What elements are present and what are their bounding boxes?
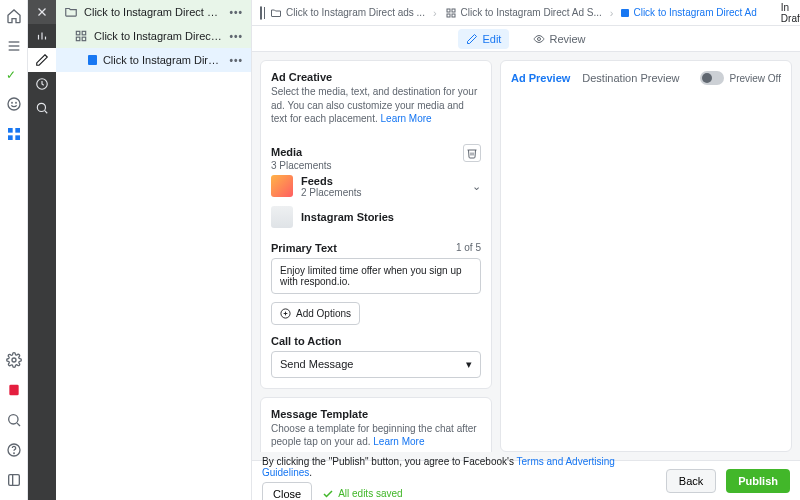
- breadcrumb-campaign[interactable]: Click to Instagram Direct ads ...: [270, 7, 425, 19]
- svg-rect-32: [447, 14, 450, 17]
- editor-tool-rail: [28, 0, 56, 500]
- primary-text-input[interactable]: Enjoy limited time offer when you sign u…: [271, 258, 481, 294]
- home-icon[interactable]: [6, 8, 22, 26]
- preview-toggle[interactable]: [700, 71, 724, 85]
- folder-icon: [64, 5, 78, 19]
- tab-review[interactable]: Review: [525, 29, 593, 49]
- svg-rect-8: [8, 135, 13, 140]
- ad-icon: [88, 55, 97, 65]
- grid-icon[interactable]: [6, 126, 22, 144]
- cta-select[interactable]: Send Message ▾: [271, 351, 481, 378]
- preview-off-label: Preview Off: [730, 73, 782, 84]
- tree-ad-row[interactable]: Click to Instagram Direct Ad •••: [56, 48, 251, 72]
- primary-text-count: 1 of 5: [456, 242, 481, 253]
- clock-tool-icon[interactable]: [28, 72, 56, 96]
- chevron-down-icon[interactable]: ⌄: [472, 180, 481, 193]
- svg-rect-7: [15, 128, 20, 133]
- global-nav-rail: [0, 0, 28, 500]
- zoom-tool-icon[interactable]: [28, 96, 56, 120]
- media-feeds-row[interactable]: Feeds 2 Placements ⌄: [271, 171, 481, 202]
- more-icon[interactable]: •••: [229, 55, 243, 66]
- primary-text-label: Primary Text: [271, 242, 337, 254]
- media-stories-row[interactable]: Instagram Stories: [271, 202, 481, 232]
- ad-creative-title: Ad Creative: [271, 71, 481, 83]
- svg-point-5: [15, 102, 16, 103]
- more-icon[interactable]: •••: [229, 31, 243, 42]
- learn-more-link[interactable]: Learn More: [373, 436, 424, 447]
- breadcrumb-adset[interactable]: Click to Instagram Direct Ad S...: [445, 7, 602, 19]
- footer-bar: By clicking the "Publish" button, you ag…: [252, 460, 800, 500]
- help-icon[interactable]: [6, 442, 22, 460]
- close-button[interactable]: Close: [262, 482, 312, 501]
- breadcrumb-ad[interactable]: Click to Instagram Direct Ad: [621, 7, 756, 18]
- publish-disclaimer: By clicking the "Publish" button, you ag…: [262, 456, 656, 501]
- svg-rect-33: [452, 14, 455, 17]
- svg-point-12: [8, 415, 17, 424]
- svg-rect-26: [76, 31, 80, 34]
- pencil-tool-icon[interactable]: [28, 48, 56, 72]
- breadcrumb-campaign-label: Click to Instagram Direct ads ...: [286, 7, 425, 18]
- svg-rect-6: [8, 128, 13, 133]
- cta-label: Call to Action: [271, 335, 481, 347]
- delete-media-button[interactable]: [463, 144, 481, 162]
- checkmark-icon[interactable]: [6, 68, 22, 84]
- breadcrumb-ad-label: Click to Instagram Direct Ad: [633, 7, 756, 18]
- feeds-thumbnail: [271, 175, 293, 197]
- svg-point-34: [538, 37, 541, 40]
- chart-tool-icon[interactable]: [28, 24, 56, 48]
- tree-campaign-row[interactable]: Click to Instagram Direct ads Campaign •…: [56, 0, 251, 24]
- saved-indicator: All edits saved: [322, 488, 402, 500]
- tab-ad-preview[interactable]: Ad Preview: [511, 72, 570, 84]
- close-editor-button[interactable]: [28, 0, 56, 24]
- saved-label: All edits saved: [338, 488, 402, 499]
- tree-ad-label: Click to Instagram Direct Ad: [103, 54, 224, 66]
- tab-edit-label: Edit: [482, 33, 501, 45]
- preview-tabs: Ad Preview Destination Preview: [511, 72, 680, 84]
- chevron-right-icon: ›: [610, 7, 614, 19]
- svg-line-25: [45, 111, 48, 114]
- svg-point-24: [37, 103, 45, 111]
- tab-edit[interactable]: Edit: [458, 29, 509, 49]
- template-title: Message Template: [271, 408, 481, 420]
- svg-rect-29: [82, 37, 86, 41]
- ad-creative-card: Ad Creative Select the media, text, and …: [260, 60, 492, 389]
- gear-icon[interactable]: [6, 352, 22, 370]
- tab-destination-preview[interactable]: Destination Preview: [582, 72, 679, 84]
- svg-point-3: [8, 98, 20, 110]
- tab-review-label: Review: [549, 33, 585, 45]
- back-button[interactable]: Back: [666, 469, 716, 493]
- breadcrumb-bar: Click to Instagram Direct ads ... › Clic…: [252, 0, 800, 26]
- ad-creative-sub: Select the media, text, and destination …: [271, 86, 477, 124]
- svg-rect-9: [15, 135, 20, 140]
- svg-line-13: [17, 423, 20, 426]
- message-template-card: Message Template Choose a template for b…: [260, 397, 492, 453]
- collapse-icon[interactable]: [6, 472, 22, 490]
- publish-button[interactable]: Publish: [726, 469, 790, 493]
- tree-campaign-label: Click to Instagram Direct ads Campaign: [84, 6, 223, 18]
- smiley-icon[interactable]: [6, 96, 22, 114]
- svg-rect-30: [447, 9, 450, 12]
- search-icon[interactable]: [6, 412, 22, 430]
- add-options-label: Add Options: [296, 308, 351, 319]
- notifications-icon[interactable]: [6, 382, 22, 400]
- svg-rect-28: [76, 37, 80, 41]
- panel-toggle-icon[interactable]: [260, 6, 262, 20]
- feeds-title: Feeds: [301, 175, 362, 187]
- tree-adset-label: Click to Instagram Direct Ad Set: [94, 30, 223, 42]
- preview-column: Ad Preview Destination Preview Preview O…: [500, 60, 792, 452]
- more-icon[interactable]: •••: [229, 7, 243, 18]
- svg-point-4: [11, 102, 12, 103]
- status-label: In Draft: [781, 2, 800, 24]
- chevron-right-icon: ›: [433, 7, 437, 19]
- learn-more-link[interactable]: Learn More: [381, 113, 432, 124]
- tree-adset-row[interactable]: Click to Instagram Direct Ad Set •••: [56, 24, 251, 48]
- menu-icon[interactable]: [6, 38, 22, 56]
- adset-icon: [74, 29, 88, 43]
- campaign-tree: Click to Instagram Direct ads Campaign •…: [56, 0, 252, 500]
- svg-point-15: [13, 453, 14, 454]
- add-options-button[interactable]: Add Options: [271, 302, 360, 325]
- feeds-sub: 2 Placements: [301, 187, 362, 198]
- media-count: 3 Placements: [271, 160, 332, 171]
- media-label: Media: [271, 146, 332, 158]
- breadcrumb-adset-label: Click to Instagram Direct Ad S...: [461, 7, 602, 18]
